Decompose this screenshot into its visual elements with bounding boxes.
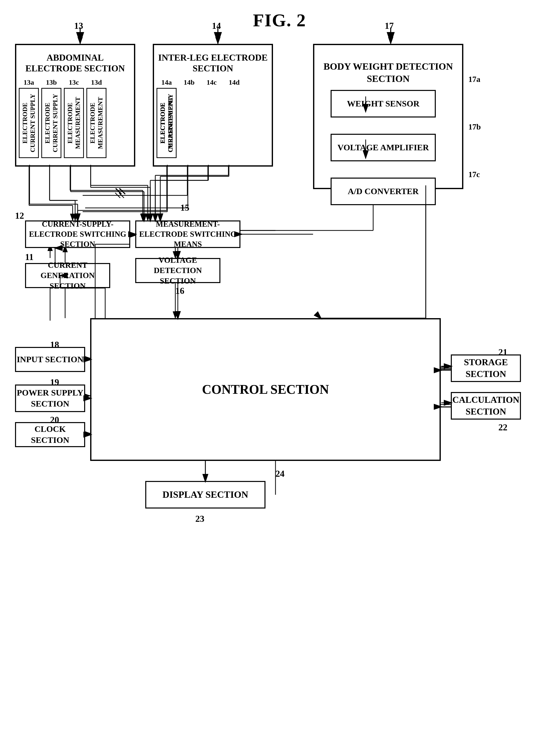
abdominal-electrode-section: ABDOMINAL ELECTRODE SECTION 13a 13b 13c … bbox=[15, 44, 135, 166]
calculation-section-box: CALCULATION SECTION bbox=[451, 392, 521, 420]
ref-14: 14 bbox=[212, 21, 221, 31]
voltage-amplifier-box: VOLTAGE AMPLIFIER bbox=[331, 134, 436, 161]
ref-17c: 17c bbox=[468, 170, 480, 179]
current-generation-box: CURRENT GENERATION SECTION bbox=[25, 263, 110, 288]
interleg-label: INTER-LEG ELECTRODE SECTION bbox=[157, 52, 269, 74]
figure-title: FIG. 2 bbox=[253, 10, 306, 31]
input-section-box: INPUT SECTION bbox=[15, 347, 85, 372]
body-weight-label: BODY WEIGHT DETECTION SECTION bbox=[318, 60, 458, 85]
svg-line-87 bbox=[119, 188, 125, 194]
electrode-14d: MEASUREMENT ELECTRODE bbox=[157, 88, 177, 158]
ref-19: 19 bbox=[50, 377, 59, 387]
display-section-box: DISPLAY SECTION bbox=[145, 481, 266, 509]
interleg-electrode-section: INTER-LEG ELECTRODE SECTION 14a 14b 14c … bbox=[153, 44, 273, 166]
body-weight-section: BODY WEIGHT DETECTION SECTION WEIGHT SEN… bbox=[313, 44, 463, 189]
abdominal-label: ABDOMINAL ELECTRODE SECTION bbox=[19, 52, 132, 74]
electrode-13c: MEASUREMENT ELECTRODE bbox=[64, 88, 84, 158]
control-section-box: CONTROL SECTION bbox=[90, 318, 441, 461]
ref-13: 13 bbox=[74, 21, 83, 31]
ref-18: 18 bbox=[50, 339, 59, 350]
ref-21: 21 bbox=[498, 347, 508, 357]
ref-17b: 17b bbox=[468, 122, 481, 132]
voltage-detection-box: VOLTAGE DETECTION SECTION bbox=[135, 258, 220, 283]
ref-23: 23 bbox=[195, 513, 204, 524]
ref-12: 12 bbox=[15, 210, 24, 221]
ref-16: 16 bbox=[175, 286, 184, 296]
svg-line-31 bbox=[119, 193, 124, 198]
measurement-switching-box: MEASUREMENT-ELECTRODE SWITCHING MEANS bbox=[135, 220, 241, 248]
power-supply-box: POWER SUPPLY SECTION bbox=[15, 384, 85, 412]
current-supply-switching-box: CURRENT-SUPPLY-ELECTRODE SWITCHING SECTI… bbox=[25, 220, 130, 248]
svg-line-30 bbox=[115, 193, 120, 198]
storage-section-box: STORAGE SECTION bbox=[451, 354, 521, 382]
electrode-13d: MEASUREMENT ELECTRODE bbox=[86, 88, 107, 158]
ref-24: 24 bbox=[275, 468, 285, 479]
ref-20: 20 bbox=[50, 415, 59, 425]
ref-17: 17 bbox=[385, 21, 394, 31]
clock-section-box: CLOCK SECTION bbox=[15, 422, 85, 447]
ref-22: 22 bbox=[498, 422, 508, 432]
ref-15: 15 bbox=[180, 202, 189, 213]
electrode-13a: CURRENT SUPPLY ELECTRODE bbox=[19, 88, 39, 158]
weight-sensor-box: WEIGHT SENSOR bbox=[331, 90, 436, 117]
ref-17a: 17a bbox=[468, 75, 480, 84]
ad-converter-box: A/D CONVERTER bbox=[331, 178, 436, 205]
electrode-13b: CURRENT SUPPLY ELECTRODE bbox=[41, 88, 61, 158]
svg-line-86 bbox=[116, 188, 121, 194]
